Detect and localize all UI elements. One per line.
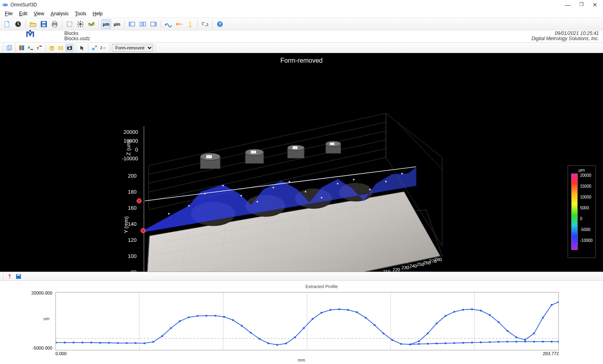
svg-point-145: [427, 332, 429, 334]
svg-point-53: [204, 193, 206, 194]
extract-profile-button[interactable]: [164, 19, 173, 29]
region-right-button[interactable]: [149, 19, 158, 29]
svg-point-172: [507, 341, 509, 343]
svg-point-128: [276, 344, 278, 346]
svg-rect-29: [21, 45, 23, 50]
profile-ymax: 20000.000: [28, 290, 52, 295]
close-button[interactable]: ✕: [593, 2, 597, 8]
svg-point-108: [99, 342, 101, 344]
svg-rect-10: [67, 22, 72, 27]
y-axis-label: Y (mm): [123, 216, 129, 233]
menu-tools[interactable]: Tools: [73, 10, 89, 17]
region-left-button[interactable]: [127, 19, 137, 29]
maximize-button[interactable]: ❐: [579, 2, 584, 8]
profile-toolbar: [0, 272, 603, 281]
svg-point-152: [489, 314, 491, 316]
region-mid-button[interactable]: [138, 19, 148, 29]
print-button[interactable]: [50, 19, 59, 29]
menu-edit[interactable]: Edit: [16, 10, 30, 17]
units-um-button[interactable]: μm: [101, 19, 111, 29]
svg-point-164: [436, 343, 438, 345]
svg-rect-30: [23, 45, 24, 50]
svg-point-157: [533, 332, 535, 334]
svg-rect-9: [53, 25, 56, 27]
view-iso-button[interactable]: [48, 44, 56, 52]
help-button[interactable]: ?: [215, 19, 225, 29]
menu-analysis[interactable]: Analysis: [48, 10, 71, 17]
scale-z-label-button[interactable]: z→: [99, 44, 107, 52]
svg-point-25: [29, 30, 31, 32]
key-tool-button[interactable]: [174, 19, 184, 29]
menu-help[interactable]: Help: [90, 10, 105, 17]
svg-point-125: [250, 332, 252, 334]
y-axis-ticks: 200 180 160 140 120 100 80 60 40 20 0: [128, 168, 137, 272]
main-toolbar: μm μin ?: [0, 18, 603, 31]
svg-point-54: [222, 185, 224, 186]
svg-point-166: [453, 342, 455, 344]
svg-point-22: [189, 26, 191, 28]
marker-end[interactable]: [141, 228, 146, 233]
svg-rect-28: [19, 45, 21, 50]
svg-point-150: [471, 308, 473, 310]
svg-point-149: [462, 309, 464, 311]
view-top-button[interactable]: [57, 44, 65, 52]
app-title: OmniSurf3D: [10, 2, 37, 8]
svg-point-153: [498, 321, 500, 323]
svg-rect-96: [17, 274, 20, 276]
units-uin-button[interactable]: μin: [112, 19, 122, 29]
svg-text:220: 220: [393, 267, 400, 272]
svg-rect-48: [251, 151, 256, 153]
camera-button[interactable]: [66, 44, 74, 52]
svg-point-158: [542, 317, 544, 319]
svg-point-131: [303, 327, 305, 329]
menu-view[interactable]: View: [31, 10, 47, 17]
svg-point-154: [507, 330, 509, 332]
dataset-select[interactable]: Form-removed: [112, 44, 153, 52]
svg-point-168: [471, 342, 473, 344]
svg-point-163: [427, 343, 429, 345]
svg-rect-15: [142, 22, 144, 26]
new-file-button[interactable]: [2, 19, 12, 29]
svg-rect-13: [129, 22, 131, 26]
cursor-button[interactable]: [78, 44, 86, 52]
profile-xunit: mm: [298, 358, 305, 362]
settings-button[interactable]: [76, 19, 85, 29]
svg-point-121: [214, 315, 216, 317]
copy-view-button[interactable]: [5, 44, 13, 52]
svg-point-169: [480, 342, 482, 344]
save-button[interactable]: [39, 19, 49, 29]
level-up-button[interactable]: [35, 44, 43, 52]
svg-rect-31: [31, 49, 33, 50]
colormode-button[interactable]: [18, 44, 26, 52]
app-icon: [2, 3, 8, 7]
surface-3d-viewport[interactable]: Form-removed: [0, 53, 603, 272]
profile-save-button[interactable]: [15, 273, 22, 280]
marker-start[interactable]: [137, 198, 142, 203]
recent-button[interactable]: [13, 19, 23, 29]
profile-pick-button[interactable]: [6, 273, 13, 280]
link-button[interactable]: [200, 19, 210, 29]
surface-3d-plot[interactable]: 01020 304050 607080 90100110 120130140 1…: [0, 53, 603, 272]
svg-point-19: [176, 23, 178, 25]
menu-file[interactable]: File: [2, 10, 15, 17]
vertical-tool-button[interactable]: [185, 19, 195, 29]
scale-z-button[interactable]: [90, 44, 98, 52]
crop-button[interactable]: [65, 19, 74, 29]
svg-point-107: [90, 342, 92, 344]
svg-point-137: [356, 311, 358, 313]
minimize-button[interactable]: —: [565, 2, 570, 8]
open-button[interactable]: [28, 19, 38, 29]
svg-point-65: [401, 173, 403, 174]
profile-chart[interactable]: [55, 292, 559, 350]
filter-button[interactable]: [86, 19, 96, 29]
svg-point-57: [273, 187, 274, 188]
level-down-button[interactable]: [27, 44, 35, 52]
view-toolbar: z→ Form-removed: [0, 43, 603, 53]
profile-xmax: 283.772: [543, 351, 559, 356]
profile-ymin: -5000.000: [28, 346, 52, 350]
svg-point-1: [4, 4, 7, 5]
svg-point-162: [418, 343, 420, 345]
svg-point-124: [241, 325, 243, 327]
file-name: Blocks.usdz: [64, 36, 90, 41]
svg-point-110: [117, 342, 119, 344]
